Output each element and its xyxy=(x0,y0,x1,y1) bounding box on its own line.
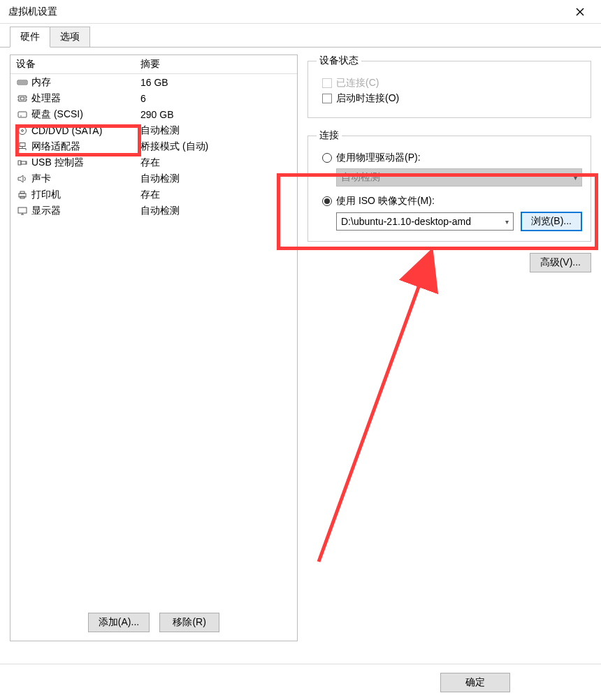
device-status-legend: 设备状态 xyxy=(317,54,361,67)
device-summary: 桥接模式 (自动) xyxy=(138,140,297,153)
svg-rect-19 xyxy=(20,143,25,146)
svg-rect-32 xyxy=(18,207,27,213)
close-button[interactable] xyxy=(566,1,594,22)
cd-icon xyxy=(16,124,29,137)
connected-checkbox: 已连接(C) xyxy=(317,77,582,89)
use-physical-label: 使用物理驱动器(P): xyxy=(336,152,421,164)
footer: 确定 xyxy=(0,664,601,700)
device-name: USB 控制器 xyxy=(31,156,138,169)
iso-path-combo[interactable]: D:\ubuntu-21.10-desktop-amd ▾ xyxy=(336,212,514,231)
device-row-network[interactable]: 网络适配器 桥接模式 (自动) xyxy=(10,138,297,154)
usb-icon xyxy=(16,156,29,169)
checkbox-icon xyxy=(322,94,332,103)
device-name: 内存 xyxy=(31,76,138,89)
use-iso-label: 使用 ISO 映像文件(M): xyxy=(336,195,435,207)
physical-drive-value: 自动检测 xyxy=(341,171,380,184)
add-button[interactable]: 添加(A)... xyxy=(88,613,150,632)
iso-path-value: D:\ubuntu-21.10-desktop-amd xyxy=(341,216,471,227)
tab-options[interactable]: 选项 xyxy=(50,27,90,48)
window-title: 虚拟机设置 xyxy=(8,6,57,18)
remove-button[interactable]: 移除(R) xyxy=(159,613,219,632)
device-row-disk[interactable]: 硬盘 (SCSI) 290 GB xyxy=(10,106,297,122)
device-name: 处理器 xyxy=(31,92,138,105)
connect-poweron-checkbox[interactable]: 启动时连接(O) xyxy=(317,92,582,105)
device-summary: 自动检测 xyxy=(138,173,297,185)
device-panel: 设备 摘要 内存 16 GB 处理器 6 xyxy=(10,54,298,641)
device-name: 网络适配器 xyxy=(31,140,138,153)
svg-rect-15 xyxy=(18,112,27,117)
device-list[interactable]: 内存 16 GB 处理器 6 硬盘 (SCSI) 290 GB xyxy=(10,74,297,606)
device-name: 显示器 xyxy=(31,205,138,217)
header-summary: 摘要 xyxy=(138,58,297,71)
device-row-display[interactable]: 显示器 自动检测 xyxy=(10,203,297,219)
device-summary: 6 xyxy=(138,93,297,104)
chevron-down-icon: ▾ xyxy=(505,218,509,226)
radio-icon xyxy=(322,196,332,206)
memory-icon xyxy=(16,76,29,89)
device-summary: 290 GB xyxy=(138,109,297,120)
svg-point-18 xyxy=(22,129,24,131)
network-icon xyxy=(16,140,29,153)
tabstrip: 硬件 选项 xyxy=(0,24,601,48)
svg-marker-28 xyxy=(18,175,23,182)
device-summary: 16 GB xyxy=(138,77,297,88)
connected-label: 已连接(C) xyxy=(336,77,379,89)
disk-icon xyxy=(16,108,29,121)
browse-button[interactable]: 浏览(B)... xyxy=(521,212,582,231)
device-name: 声卡 xyxy=(31,173,138,185)
checkbox-icon xyxy=(322,78,332,88)
use-physical-radio[interactable]: 使用物理驱动器(P): xyxy=(317,152,582,164)
svg-point-16 xyxy=(20,115,22,117)
close-icon xyxy=(576,8,584,16)
ok-button[interactable]: 确定 xyxy=(440,673,510,692)
svg-rect-24 xyxy=(18,161,21,165)
svg-rect-10 xyxy=(21,97,24,100)
header-device: 设备 xyxy=(10,58,138,71)
sound-icon xyxy=(16,173,29,185)
device-row-usb[interactable]: USB 控制器 存在 xyxy=(10,154,297,170)
svg-point-17 xyxy=(19,126,27,134)
device-row-memory[interactable]: 内存 16 GB xyxy=(10,74,297,90)
chevron-down-icon: ▾ xyxy=(574,174,577,182)
connect-poweron-label: 启动时连接(O) xyxy=(336,92,399,105)
printer-icon xyxy=(16,189,29,201)
content: 设备 摘要 内存 16 GB 处理器 6 xyxy=(0,48,601,648)
device-name: 打印机 xyxy=(31,189,138,201)
device-summary: 自动检测 xyxy=(138,205,297,217)
use-iso-radio[interactable]: 使用 ISO 映像文件(M): xyxy=(317,195,582,207)
svg-rect-9 xyxy=(19,96,26,101)
device-name: 硬盘 (SCSI) xyxy=(31,108,138,121)
radio-icon xyxy=(322,153,332,163)
svg-rect-30 xyxy=(20,191,24,194)
device-summary: 存在 xyxy=(138,189,297,201)
device-row-cpu[interactable]: 处理器 6 xyxy=(10,90,297,106)
device-name: CD/DVD (SATA) xyxy=(31,125,138,136)
physical-drive-combo: 自动检测 ▾ xyxy=(336,168,582,187)
device-buttons: 添加(A)... 移除(R) xyxy=(10,606,297,641)
settings-panel: 设备状态 已连接(C) 启动时连接(O) 连接 使用物理驱动器(P): 自动检测… xyxy=(307,54,591,641)
device-row-printer[interactable]: 打印机 存在 xyxy=(10,187,297,203)
device-row-cd[interactable]: CD/DVD (SATA) 自动检测 xyxy=(10,122,297,138)
cpu-icon xyxy=(16,92,29,105)
device-summary: 自动检测 xyxy=(138,124,297,137)
tab-hardware[interactable]: 硬件 xyxy=(10,27,50,48)
connection-legend: 连接 xyxy=(317,129,342,142)
titlebar: 虚拟机设置 xyxy=(0,0,601,24)
advanced-button[interactable]: 高级(V)... xyxy=(530,253,591,272)
device-row-sound[interactable]: 声卡 自动检测 xyxy=(10,170,297,187)
connection-group: 连接 使用物理驱动器(P): 自动检测 ▾ 使用 ISO 映像文件(M): D:… xyxy=(307,129,591,242)
display-icon xyxy=(16,205,29,217)
device-header: 设备 摘要 xyxy=(10,55,297,74)
device-summary: 存在 xyxy=(138,156,297,169)
device-status-group: 设备状态 已连接(C) 启动时连接(O) xyxy=(307,54,591,118)
